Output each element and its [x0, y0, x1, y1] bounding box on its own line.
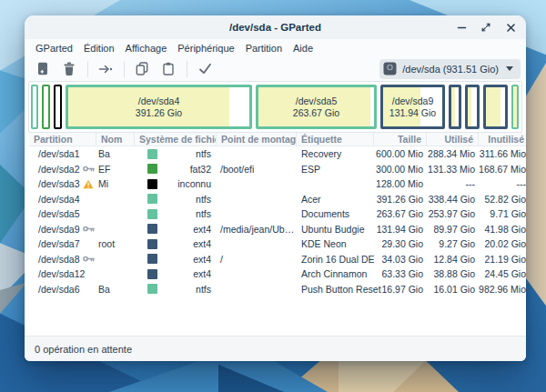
size-cell: 128.00 Mio [374, 176, 427, 192]
column-header-1[interactable]: Nom [96, 133, 135, 146]
paste-partition-button[interactable] [157, 59, 179, 79]
copy-partition-button[interactable] [131, 59, 153, 79]
key-icon [83, 165, 95, 173]
unused-cell: 20.02 Gio [479, 236, 526, 252]
unused-cell: 311.66 Mio [479, 146, 526, 162]
used-cell: --- [427, 176, 479, 192]
disk-segment[interactable] [465, 85, 480, 129]
table-empty-area [25, 297, 526, 336]
label-cell: Recovery [297, 146, 374, 162]
filesystem-color-swatch [147, 269, 157, 279]
table-row-sda7[interactable]: /dev/sda7rootext4KDE Neon29.30 Gio9.27 G… [29, 236, 526, 252]
menu-item-aide[interactable]: Aide [288, 43, 318, 54]
table-row-sda12[interactable]: /dev/sda12ext4Arch Cinnamon63.33 Gio38.8… [29, 266, 526, 282]
partition-name-cell: /dev/sda5 [29, 206, 96, 222]
menu-item-édition[interactable]: Édition [78, 43, 120, 54]
column-header-4[interactable]: Étiquette [297, 133, 374, 146]
partition-name-cell: /dev/sda8 [29, 252, 96, 267]
column-header-3[interactable]: Point de montage [217, 133, 297, 146]
size-cell: 131.94 Gio [374, 222, 427, 237]
maximize-button[interactable] [480, 21, 492, 34]
window-controls [455, 15, 517, 39]
partition-name-cell: /dev/sda9 [29, 222, 96, 237]
disk-segment-sda5[interactable]: /dev/sda5263.67 Gio [256, 85, 377, 129]
new-partition-icon [36, 62, 49, 75]
table-row-sda8[interactable]: /dev/sda8ext4/Zorin 16 Dual DE34.03 Gio1… [29, 252, 526, 267]
trash-icon [63, 62, 76, 75]
titlebar[interactable]: /dev/sda - GParted [25, 15, 526, 39]
size-cell: 29.30 Gio [374, 236, 427, 252]
label-cell: Acer [297, 192, 374, 207]
disk-segment[interactable] [449, 85, 461, 129]
partition-table: PartitionNomSystème de fichiersPoint de … [29, 133, 526, 297]
drive-icon [383, 62, 397, 75]
table-row-sda3[interactable]: /dev/sda3Miinconnu128.00 Mio------ [29, 176, 526, 192]
table-row-sda9[interactable]: /dev/sda9ext4/media/jean/Ubu...Ubuntu Bu… [29, 222, 526, 237]
delete-partition-button[interactable] [58, 59, 80, 79]
used-cell: 9.27 Gio [427, 236, 479, 252]
disk-bar: /dev/sda4391.26 Gio/dev/sda5263.67 Gio/d… [31, 85, 520, 129]
used-cell: 89.97 Gio [427, 222, 479, 237]
filesystem-cell: ext4 [135, 252, 217, 267]
menu-item-affichage[interactable]: Affichage [120, 43, 173, 54]
table-row-sda5[interactable]: /dev/sda5ntfsDocuments263.67 Gio253.97 G… [29, 206, 526, 222]
filesystem-color-swatch [147, 224, 157, 234]
close-button[interactable] [504, 21, 517, 34]
column-header-7[interactable]: Inutilisé [479, 133, 526, 146]
filesystem-color-swatch [147, 164, 157, 174]
filesystem-cell: fat32 [135, 162, 217, 177]
resize-move-button[interactable] [95, 59, 116, 79]
minimize-button[interactable] [455, 21, 468, 34]
disk-segment[interactable] [483, 85, 508, 129]
disk-segment[interactable] [31, 85, 38, 129]
disk-segment[interactable] [511, 85, 519, 129]
partition-name-cell: /dev/sda3 [29, 176, 96, 192]
mount-point-cell: /media/jean/Ubu... [217, 222, 297, 237]
disk-segment[interactable] [54, 85, 62, 129]
label-cell: Zorin 16 Dual DE [297, 252, 374, 267]
window-title: /dev/sda - GParted [25, 22, 526, 33]
partition-name-cell: /dev/sda4 [29, 192, 96, 207]
used-space-fill [451, 87, 455, 126]
column-header-6[interactable]: Utilisé [427, 133, 479, 146]
size-cell: 16.97 Gio [374, 282, 427, 297]
table-row-sda6[interactable]: /dev/sda6BantfsPush Button Reset16.97 Gi… [29, 282, 526, 297]
unused-cell: --- [479, 176, 526, 192]
column-header-5[interactable]: Taille [374, 133, 427, 146]
used-cell: 288.34 Mio [427, 146, 479, 162]
name-flags-cell: Mi [96, 176, 135, 192]
column-header-0[interactable]: Partition [29, 133, 96, 146]
used-cell: 338.44 Gio [427, 192, 479, 207]
partition-name-cell: /dev/sda7 [29, 236, 96, 252]
menu-item-partition[interactable]: Partition [240, 43, 288, 54]
pending-operations-text: 0 opération en attente [35, 344, 132, 355]
used-cell: 253.97 Gio [427, 206, 479, 222]
table-row-sda2[interactable]: /dev/sda2EFfat32/boot/efiESP300.00 Mio13… [29, 162, 526, 177]
mount-point-cell: /boot/efi [217, 162, 297, 177]
disk-segment-sda9[interactable]: /dev/sda9131.94 Gio [380, 85, 445, 129]
filesystem-cell: ext4 [135, 266, 217, 282]
name-flags-cell [96, 206, 135, 222]
chevron-down-icon [506, 66, 513, 71]
desktop-background: /dev/sda - GParted GPartedÉditionAfficha… [0, 0, 546, 392]
table-row-sda1[interactable]: /dev/sda1BantfsRecovery600.00 Mio288.34 … [29, 146, 526, 162]
device-selector-label: /dev/sda (931.51 Gio) [402, 64, 499, 75]
new-partition-button[interactable] [32, 59, 54, 79]
apply-operations-button[interactable] [194, 59, 216, 79]
label-cell: ESP [297, 162, 374, 177]
menu-item-périphérique[interactable]: Périphérique [172, 43, 239, 54]
resize-move-icon [98, 63, 113, 75]
disk-segment-sda4[interactable]: /dev/sda4391.26 Gio [66, 85, 252, 129]
label-cell: Documents [297, 206, 374, 222]
disk-segment[interactable] [42, 85, 50, 129]
filesystem-color-swatch [147, 239, 157, 249]
unused-cell: 52.82 Gio [479, 192, 526, 207]
disk-visual-panel: /dev/sda4391.26 Gio/dev/sda5263.67 Gio/d… [28, 81, 522, 133]
device-selector[interactable]: /dev/sda (931.51 Gio) [379, 59, 521, 79]
mount-point-cell [217, 176, 297, 192]
size-cell: 600.00 Mio [374, 146, 427, 162]
menu-item-gparted[interactable]: GParted [30, 43, 78, 54]
table-row-sda4[interactable]: /dev/sda4ntfsAcer391.26 Gio338.44 Gio52.… [29, 192, 526, 207]
label-cell: Ubuntu Budgie [297, 222, 374, 237]
column-header-2[interactable]: Système de fichiers [135, 133, 217, 146]
